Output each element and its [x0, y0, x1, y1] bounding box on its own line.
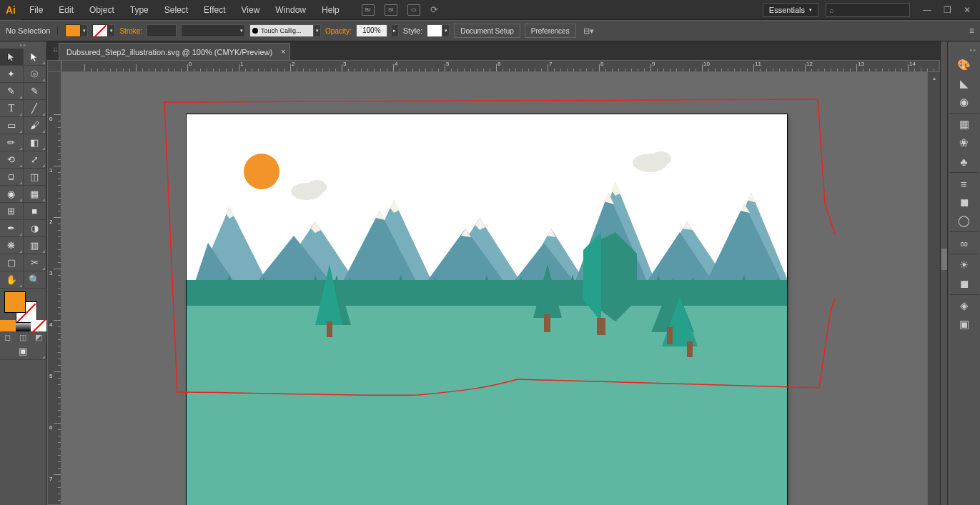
logo: Ai	[0, 0, 21, 20]
rectangle-tool[interactable]: ▭	[0, 117, 24, 134]
canvas-stage[interactable]	[61, 72, 927, 505]
free-transform-tool[interactable]: ◫	[24, 169, 47, 186]
scroll-up-icon[interactable]: ▴	[928, 72, 940, 84]
graph-tool[interactable]: ▥	[24, 237, 47, 254]
line-tool[interactable]: ╱	[24, 100, 47, 117]
opacity-dropdown[interactable]: ▸	[392, 24, 399, 37]
fill-swatch[interactable]	[65, 24, 81, 37]
appearance-panel-icon[interactable]: ☀	[954, 256, 975, 274]
color-guide-icon[interactable]: ◣	[954, 74, 975, 93]
fill-color[interactable]	[4, 291, 26, 313]
right-scrub[interactable]	[940, 41, 947, 505]
rotate-tool[interactable]: ⟲	[0, 151, 24, 169]
eyedropper-tool[interactable]: ✒	[0, 220, 24, 237]
type-tool[interactable]: T	[0, 100, 24, 117]
selection-tool[interactable]	[0, 49, 24, 66]
direct-selection-tool[interactable]	[24, 49, 47, 66]
menu-edit[interactable]: Edit	[51, 0, 81, 20]
screen-mode-button[interactable]: ▣	[0, 343, 46, 360]
pen-tool[interactable]: ✎	[0, 83, 24, 100]
pencil-tool[interactable]: ✏	[0, 134, 24, 151]
panel-grip[interactable]: ▸▸	[970, 47, 980, 53]
cc-libraries-icon[interactable]: ∞	[954, 234, 975, 252]
stroke-panel-icon[interactable]: ≡	[954, 174, 975, 193]
stroke-swatch[interactable]	[92, 24, 108, 37]
color-mode-solid[interactable]	[0, 320, 16, 331]
slice-tool[interactable]: ✂	[24, 254, 47, 271]
ruler-vertical[interactable]: 01234567	[47, 72, 61, 505]
gradient-panel-icon[interactable]: ◼	[954, 193, 975, 211]
layers-panel-icon[interactable]: ◈	[954, 296, 975, 315]
menu-select[interactable]: Select	[157, 0, 196, 20]
graphic-styles-icon[interactable]: ◼	[954, 274, 975, 293]
brushes-panel-icon[interactable]: ▦	[954, 115, 975, 134]
document-setup-button[interactable]: Document Setup	[454, 24, 520, 38]
scrub-thumb[interactable]	[941, 249, 947, 270]
magic-wand-tool[interactable]: ✦	[0, 66, 24, 83]
style-dropdown[interactable]: ▾	[442, 24, 450, 37]
artboards-panel-icon[interactable]: ▣	[954, 315, 975, 334]
fill-dropdown[interactable]: ▾	[81, 24, 88, 37]
menu-view[interactable]: View	[234, 0, 268, 20]
preferences-button[interactable]: Preferences	[525, 24, 576, 38]
artboard-tool[interactable]: ▢	[0, 254, 24, 271]
close-tab-icon[interactable]: ×	[281, 48, 285, 56]
scale-tool[interactable]: ⤢	[24, 151, 47, 169]
lasso-tool[interactable]: ⦾	[24, 66, 47, 83]
menu-window[interactable]: Window	[267, 0, 314, 20]
curvature-tool[interactable]: ✎	[24, 83, 47, 100]
menu-effect[interactable]: Effect	[196, 0, 233, 20]
opacity-input[interactable]: 100%	[356, 24, 387, 37]
maximize-button[interactable]: ❐	[937, 3, 957, 17]
tools-grip[interactable]: ▸▸	[0, 41, 46, 49]
ruler-horizontal[interactable]: 01234567891011121314	[61, 60, 940, 72]
bridge-icon[interactable]: Br	[362, 4, 375, 16]
close-button[interactable]: ✕	[957, 3, 977, 17]
panel-menu-icon[interactable]: ≡	[969, 26, 974, 36]
chevron-down-icon: ▾	[809, 7, 812, 13]
swatches-panel-icon[interactable]: ◉	[954, 93, 975, 111]
menu-file[interactable]: File	[21, 0, 51, 20]
width-tool[interactable]: ⫑	[0, 169, 24, 186]
draw-normal-icon[interactable]: ◻	[4, 333, 11, 342]
fill-stroke-indicator[interactable]	[0, 289, 46, 320]
color-panel-icon[interactable]: 🎨	[954, 56, 975, 74]
symbols-panel-icon[interactable]: ❀	[954, 134, 975, 152]
menu-object[interactable]: Object	[81, 0, 122, 20]
stroke-weight-input[interactable]	[147, 24, 177, 37]
arrange-icon[interactable]: ▭	[407, 4, 420, 16]
document-tab[interactable]: Dubsured_Step2_illustration.svg @ 100% (…	[59, 43, 290, 60]
paintbrush-tool[interactable]: 🖌	[24, 117, 47, 134]
stock-icon[interactable]: St	[385, 4, 397, 16]
brush-dropdown[interactable]: ▾	[314, 24, 321, 37]
menu-help[interactable]: Help	[314, 0, 347, 20]
shape-builder-tool[interactable]: ◉	[0, 186, 24, 203]
draw-behind-icon[interactable]: ◫	[19, 333, 26, 342]
workspace-switcher[interactable]: Essentials ▾	[763, 3, 818, 17]
ruler-origin[interactable]	[47, 60, 61, 72]
symbol-sprayer-tool[interactable]: ❋	[0, 237, 24, 254]
minimize-button[interactable]: —	[917, 3, 937, 17]
menu-type[interactable]: Type	[122, 0, 157, 20]
cursor-icon	[7, 52, 16, 62]
scrollbar-vertical[interactable]: ▴	[927, 72, 940, 505]
hand-tool[interactable]: ✋	[0, 271, 24, 289]
align-icon[interactable]: ⊟▾	[583, 26, 594, 36]
gpu-icon[interactable]: ⟳	[430, 4, 438, 15]
blend-tool[interactable]: ◑	[24, 220, 47, 237]
style-swatch[interactable]	[427, 24, 442, 37]
color-mode-none[interactable]	[31, 320, 46, 331]
stroke-profile[interactable]: ▾	[181, 24, 245, 37]
search-field[interactable]: ⌕	[826, 3, 910, 17]
draw-inside-icon[interactable]: ◩	[35, 333, 42, 342]
brush-definition[interactable]: Touch Callig...	[249, 24, 314, 37]
gradient-tool[interactable]: ■	[24, 203, 47, 220]
styles-panel-icon[interactable]: ♣	[954, 152, 975, 171]
tab-grip[interactable]: ⠿	[51, 47, 59, 54]
transparency-panel-icon[interactable]: ◯	[954, 211, 975, 230]
eraser-tool[interactable]: ◧	[24, 134, 47, 151]
stroke-dropdown[interactable]: ▾	[108, 24, 115, 37]
mesh-tool[interactable]: ⊞	[0, 203, 24, 220]
zoom-tool[interactable]: 🔍	[24, 271, 47, 289]
perspective-tool[interactable]: ▦	[24, 186, 47, 203]
